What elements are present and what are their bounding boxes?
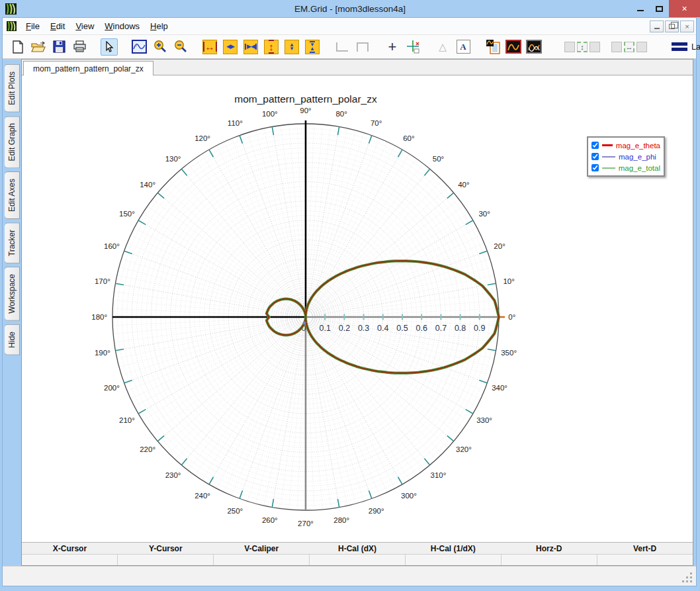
expand-y-button[interactable]: ↕ [263, 38, 280, 56]
tracker-header: Horz-D [501, 543, 597, 554]
mdi-buttons: × [650, 21, 694, 32]
caliper-corner-2-button[interactable] [354, 38, 371, 56]
svg-text:20°: 20° [494, 242, 505, 250]
save-button[interactable] [50, 38, 67, 56]
svg-text:350°: 350° [501, 349, 517, 357]
expand-x-button[interactable]: ↔ [201, 38, 218, 56]
compress-x-button[interactable]: ▶◀ [242, 38, 259, 56]
pointer-select-button[interactable] [101, 38, 118, 56]
svg-text:180°: 180° [91, 313, 107, 321]
add-triangle-marker-button[interactable]: △ [434, 38, 451, 56]
caliper-corner-1-button[interactable] [333, 38, 351, 56]
fit-horizontal-group: ↔ [611, 42, 649, 52]
svg-text:130°: 130° [165, 155, 181, 163]
svg-text:40°: 40° [458, 181, 469, 189]
new-document-button[interactable] [9, 38, 26, 56]
sidebar-tab-edit-plots[interactable]: Edit Plots [5, 64, 20, 113]
zoom-in-button[interactable] [151, 38, 168, 56]
svg-text:280°: 280° [333, 516, 349, 524]
mdi-close-button[interactable]: × [680, 21, 694, 32]
document-icon [7, 21, 17, 31]
fit-v-button[interactable]: ↕ [577, 42, 588, 52]
svg-text:200°: 200° [104, 384, 120, 392]
maximize-button[interactable] [650, 0, 669, 17]
compress-y-button[interactable]: ▼▲ [304, 38, 321, 56]
plot-style-multi-button[interactable] [525, 38, 543, 56]
layout-label: Layout [691, 42, 700, 52]
window-title: EM.Grid - [mom3dlesson4a] [0, 4, 700, 14]
mdi-minimize-icon [654, 28, 660, 29]
close-button[interactable]: × [669, 0, 700, 17]
fit-v-right-button[interactable] [590, 42, 600, 52]
open-folder-icon [31, 41, 46, 53]
report-page-icon [486, 39, 501, 54]
sidebar-tab-hide[interactable]: Hide [5, 324, 20, 355]
fit-h-left-button[interactable] [611, 42, 622, 52]
menu-file[interactable]: File [21, 19, 45, 33]
tracker-value [597, 554, 693, 565]
fit-v-left-button[interactable] [564, 42, 575, 52]
svg-text:0.4: 0.4 [377, 324, 388, 333]
resize-grip[interactable] [684, 574, 692, 582]
add-crosshair-button[interactable]: + [384, 38, 401, 56]
svg-text:260°: 260° [262, 516, 278, 524]
legend-checkbox-mag_e_total[interactable] [591, 164, 599, 171]
scroll-y-button[interactable]: ▲▼ [283, 38, 300, 56]
report-button[interactable] [484, 38, 502, 56]
sidebar-tab-edit-axes[interactable]: Edit Axes [5, 171, 20, 219]
svg-text:310°: 310° [431, 471, 447, 479]
svg-text:0.1: 0.1 [320, 324, 331, 333]
title-bar: EM.Grid - [mom3dlesson4a] × [0, 0, 700, 17]
tracker-header: X-Cursor [22, 543, 118, 554]
tracker-value [213, 554, 309, 565]
menu-edit[interactable]: Edit [45, 19, 70, 33]
open-file-button[interactable] [30, 38, 47, 56]
compress-y-icon: ▼▲ [310, 41, 315, 53]
svg-text:0.3: 0.3 [358, 324, 369, 333]
dark-waveform-icon [507, 42, 519, 52]
svg-text:mom_pattern_pattern_polar_zx: mom_pattern_pattern_polar_zx [234, 93, 377, 105]
legend-checkbox-mag_e_theta[interactable] [591, 142, 599, 149]
fit-h-icon: ↔ [626, 43, 633, 51]
document-tab[interactable]: mom_pattern_pattern_polar_zx [23, 61, 153, 75]
svg-text:160°: 160° [104, 242, 120, 250]
plot-properties-button[interactable] [130, 38, 148, 56]
minimize-button[interactable] [631, 0, 650, 17]
svg-text:290°: 290° [369, 507, 384, 515]
mdi-restore-button[interactable] [665, 21, 679, 32]
scroll-x-button[interactable]: ◀▶ [222, 38, 239, 56]
legend-line-sample [602, 156, 615, 158]
mdi-minimize-button[interactable] [650, 21, 664, 32]
legend-label: mag_e_phi [619, 153, 656, 161]
fit-h-button[interactable]: ↔ [624, 42, 634, 52]
menu-windows[interactable]: Windows [99, 19, 145, 33]
sidebar-tab-workspace[interactable]: Workspace [5, 267, 20, 321]
svg-text:0.6: 0.6 [416, 324, 427, 333]
plot-area: 0°10°20°30°40°50°60°70°80°90°100°110°120… [22, 75, 693, 542]
app-window: EM.Grid - [mom3dlesson4a] × FileEditView… [0, 0, 700, 591]
add-axes-marker-button[interactable] [404, 38, 421, 56]
document-tab-bar: mom_pattern_pattern_polar_zx [22, 60, 693, 75]
plot-style-dark-button[interactable] [505, 38, 522, 56]
menu-view[interactable]: View [70, 19, 99, 33]
svg-text:110°: 110° [228, 119, 243, 127]
layout-icon [672, 42, 687, 51]
add-text-label-button[interactable]: A [455, 38, 472, 56]
print-button[interactable] [71, 38, 88, 56]
svg-text:210°: 210° [119, 416, 135, 424]
svg-text:10°: 10° [503, 277, 514, 285]
svg-text:120°: 120° [195, 134, 210, 142]
svg-text:0.8: 0.8 [455, 324, 466, 333]
layout-dropdown[interactable]: Layout ▼ [668, 40, 700, 54]
tracker-value [117, 554, 213, 565]
legend-checkbox-mag_e_phi[interactable] [591, 153, 599, 160]
tracker-value [501, 554, 597, 565]
fit-h-right-button[interactable] [636, 42, 647, 52]
sidebar-tab-edit-graph[interactable]: Edit Graph [5, 116, 20, 168]
svg-text:30°: 30° [478, 210, 490, 218]
svg-text:300°: 300° [401, 492, 417, 500]
zoom-out-button[interactable] [171, 38, 189, 56]
sidebar-tab-tracker[interactable]: Tracker [5, 222, 20, 263]
legend-entry-mag_e_theta: mag_e_theta [591, 140, 660, 151]
menu-help[interactable]: Help [145, 19, 173, 33]
